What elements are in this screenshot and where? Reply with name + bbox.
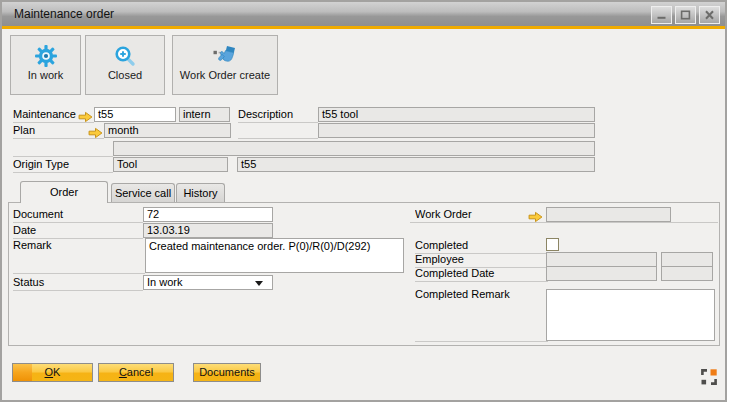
document-label: Document xyxy=(13,207,143,223)
employee-extra-field xyxy=(661,252,713,267)
maximize-icon xyxy=(680,10,691,20)
document-input[interactable]: 72 xyxy=(143,207,273,222)
date-field: 13.03.19 xyxy=(143,223,273,238)
window-titlebar[interactable]: Maintenance order xyxy=(2,2,725,26)
origin-type-label: Origin Type xyxy=(13,157,113,173)
maintenance-order-window: Maintenance order xyxy=(0,0,727,402)
work-order-label: Work Order xyxy=(415,207,530,223)
status-dropdown-value: In work xyxy=(147,276,269,289)
zoom-in-icon xyxy=(113,42,137,69)
work-order-create-button-label: Work Order create xyxy=(180,69,270,81)
completed-remark-textarea[interactable] xyxy=(546,289,715,341)
description-field: t55 tool xyxy=(318,107,595,122)
plan-extra-field xyxy=(318,123,595,138)
status-dropdown[interactable]: In work xyxy=(143,275,273,290)
plan-field: month xyxy=(104,123,231,138)
resize-grip-icon[interactable] xyxy=(701,369,717,385)
documents-button[interactable]: Documents xyxy=(193,363,261,382)
minimize-button[interactable] xyxy=(651,6,672,24)
date-label: Date xyxy=(13,223,143,239)
employee-field xyxy=(546,252,657,267)
plan-link-arrow-icon[interactable] xyxy=(88,125,103,137)
remark-textarea[interactable]: Created maintenance order. P(0)/R(0)/D(2… xyxy=(145,238,404,273)
gear-icon xyxy=(34,42,58,69)
maintenance-type-field: intern xyxy=(179,107,230,122)
closed-button-label: Closed xyxy=(108,69,142,81)
label-underline xyxy=(13,141,113,157)
cancel-button[interactable]: Cancel xyxy=(98,363,174,382)
label-underline xyxy=(238,123,318,139)
work-order-link-arrow-icon[interactable] xyxy=(528,209,543,221)
closed-button[interactable]: Closed xyxy=(85,35,165,95)
work-order-create-button[interactable]: Work Order create xyxy=(172,35,278,95)
completed-checkbox[interactable] xyxy=(546,238,559,251)
window-controls xyxy=(651,6,720,24)
tab-service-call[interactable]: Service call xyxy=(111,183,175,202)
accent-bar xyxy=(2,26,725,29)
tab-order[interactable]: Order xyxy=(20,181,108,203)
close-icon xyxy=(704,10,715,20)
minimize-icon xyxy=(656,10,667,20)
maintenance-link-arrow-icon[interactable] xyxy=(78,109,93,121)
remark-label: Remark xyxy=(13,238,145,274)
dropdown-arrow-icon xyxy=(255,281,263,286)
row-separator xyxy=(410,222,718,223)
in-work-button[interactable]: In work xyxy=(10,35,81,95)
tab-history[interactable]: History xyxy=(176,183,225,202)
work-order-field xyxy=(546,207,671,222)
hand-pointer-icon xyxy=(212,42,238,69)
status-label: Status xyxy=(13,275,143,291)
documents-button-label: Documents xyxy=(194,364,260,381)
maximize-button[interactable] xyxy=(675,6,696,24)
screen: Maintenance order xyxy=(0,0,729,404)
origin-name-field: t55 xyxy=(237,157,595,172)
maintenance-input[interactable]: t55 xyxy=(94,107,176,122)
spare-field xyxy=(113,141,595,156)
window-title: Maintenance order xyxy=(14,2,114,26)
completed-remark-label: Completed Remark xyxy=(415,287,548,342)
close-button[interactable] xyxy=(699,6,720,24)
ok-button[interactable]: OK xyxy=(12,363,93,382)
cancel-button-label: Cancel xyxy=(99,364,173,381)
in-work-button-label: In work xyxy=(28,69,63,81)
origin-type-field: Tool xyxy=(113,157,228,172)
completed-date-label: Completed Date xyxy=(415,266,548,282)
ok-button-label: OK xyxy=(13,364,92,381)
completed-date-extra-field xyxy=(661,266,713,281)
completed-date-field xyxy=(546,266,657,281)
description-label: Description xyxy=(238,107,318,123)
